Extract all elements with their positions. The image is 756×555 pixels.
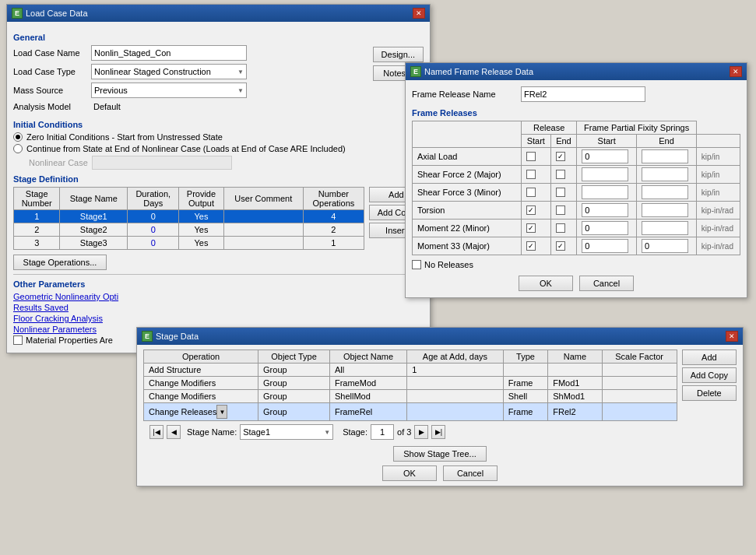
torsion-fps-start-input[interactable] bbox=[582, 203, 628, 217]
moment22-fps-start-input[interactable] bbox=[582, 221, 628, 235]
stage-comment-3 bbox=[223, 237, 304, 250]
shear2-fps-end-cell bbox=[637, 166, 697, 184]
frame-item-torsion: Torsion bbox=[413, 202, 522, 220]
stage-name-combo[interactable]: Stage1 ▼ bbox=[240, 424, 333, 440]
moment33-rel-end-check[interactable]: ✓ bbox=[556, 241, 565, 251]
nav-prev-btn[interactable]: ◀ bbox=[167, 425, 181, 439]
frame-item-axial: Axial Load bbox=[413, 148, 522, 166]
axial-rel-end-check[interactable]: ✓ bbox=[556, 152, 565, 161]
frame-release-cancel-btn[interactable]: Cancel bbox=[579, 276, 634, 291]
stage-row-3[interactable]: 3 Stage3 0 Yes 1 bbox=[14, 237, 364, 250]
torsion-fps-start-cell bbox=[577, 202, 637, 220]
ops-objname-2: FrameMod bbox=[329, 377, 406, 390]
show-stage-tree-btn[interactable]: Show Stage Tree... bbox=[393, 446, 487, 462]
stage-data-cancel-btn[interactable]: Cancel bbox=[443, 465, 498, 481]
stage-row-1[interactable]: 1 Stage1 0 Yes 4 bbox=[14, 210, 364, 223]
load-case-name-input[interactable] bbox=[91, 45, 247, 61]
no-releases-checkbox[interactable] bbox=[412, 260, 421, 269]
axial-rel-start-check[interactable] bbox=[526, 152, 536, 161]
stage-row-2[interactable]: 2 Stage2 0 Yes 2 bbox=[14, 223, 364, 237]
col-rel-end: End bbox=[550, 135, 577, 148]
moment33-fps-start-input[interactable] bbox=[582, 239, 628, 253]
floor-cracking-link[interactable]: Floor Cracking Analysis bbox=[13, 314, 424, 323]
radio-zero-initial[interactable]: Zero Initial Conditions - Start from Uns… bbox=[13, 132, 424, 142]
stage-data-close-btn[interactable]: ✕ bbox=[726, 331, 738, 342]
col-type: Type bbox=[503, 350, 548, 364]
nonlinear-case-input[interactable] bbox=[92, 156, 232, 170]
shear2-rel-start-cell bbox=[522, 166, 551, 184]
stage-number-input[interactable] bbox=[371, 424, 394, 440]
torsion-rel-start-check[interactable]: ✓ bbox=[526, 205, 536, 215]
ops-row-1[interactable]: Add Structure Group All 1 bbox=[144, 364, 677, 377]
shear3-fps-end-input[interactable] bbox=[642, 185, 688, 199]
delete-op-btn[interactable]: Delete bbox=[682, 385, 737, 401]
moment22-rel-start-check[interactable]: ✓ bbox=[526, 223, 536, 233]
frame-releases-section-label: Frame Releases bbox=[412, 108, 740, 118]
ops-row-4[interactable]: Change Releases ▼ Group FrameRel Frame F… bbox=[144, 403, 677, 421]
torsion-fps-end-input[interactable] bbox=[642, 203, 688, 217]
stage-operations-btn[interactable]: Stage Operations... bbox=[13, 255, 107, 270]
shear2-fps-start-input[interactable] bbox=[582, 167, 628, 181]
stage-name-arrow: ▼ bbox=[324, 429, 330, 436]
ops-name-3: ShMod1 bbox=[548, 390, 602, 403]
load-case-close-btn[interactable]: ✕ bbox=[413, 8, 425, 19]
moment33-rel-start-check[interactable]: ✓ bbox=[526, 241, 536, 251]
shear2-rel-start-check[interactable] bbox=[526, 170, 536, 179]
torsion-rel-start-cell: ✓ bbox=[522, 202, 551, 220]
shear3-fps-start-input[interactable] bbox=[582, 185, 628, 199]
axial-fps-start-input[interactable] bbox=[582, 149, 628, 163]
shear3-rel-end-cell bbox=[550, 184, 577, 202]
frame-release-name-input[interactable] bbox=[521, 86, 645, 102]
analysis-model-label: Analysis Model bbox=[13, 102, 91, 111]
ops-scale-1 bbox=[602, 364, 677, 377]
load-case-type-arrow: ▼ bbox=[237, 68, 244, 76]
add-copy-op-btn[interactable]: Add Copy bbox=[682, 367, 737, 383]
material-props-label: Material Properties Are bbox=[26, 335, 113, 345]
ops-row-2[interactable]: Change Modifiers Group FrameMod Frame FM… bbox=[144, 377, 677, 390]
frame-release-close-btn[interactable]: ✕ bbox=[730, 66, 742, 77]
change-releases-dropdown[interactable]: ▼ bbox=[216, 405, 227, 419]
nonlinear-case-row: Nonlinear Case bbox=[29, 156, 424, 170]
radio-zero-circle bbox=[13, 132, 23, 142]
shear3-rel-start-check[interactable] bbox=[526, 188, 536, 197]
shear2-rel-end-check[interactable] bbox=[556, 170, 565, 179]
load-case-title-bar[interactable]: E Load Case Data ✕ bbox=[7, 5, 430, 22]
design-btn[interactable]: Design... bbox=[373, 47, 424, 62]
ops-scale-2 bbox=[602, 377, 677, 390]
moment22-rel-end-check[interactable] bbox=[556, 223, 565, 233]
stage-data-title-bar[interactable]: E Stage Data ✕ bbox=[137, 328, 743, 345]
moment22-fps-end-cell bbox=[637, 220, 697, 237]
geometric-nonlinearity-link[interactable]: Geometric Nonlinearity Opti bbox=[13, 292, 424, 301]
stage-name-2: Stage2 bbox=[60, 223, 128, 237]
nav-first-btn[interactable]: |◀ bbox=[149, 425, 164, 439]
stage-data-ok-btn[interactable]: OK bbox=[382, 465, 437, 481]
ops-op-3: Change Modifiers bbox=[144, 390, 258, 403]
shear2-fps-end-input[interactable] bbox=[642, 167, 688, 181]
axial-fps-end-input[interactable] bbox=[642, 149, 688, 163]
col-release-header: Release bbox=[522, 121, 577, 135]
results-saved-link[interactable]: Results Saved bbox=[13, 303, 424, 312]
shear3-rel-end-check[interactable] bbox=[556, 188, 565, 197]
frame-item-moment33: Moment 33 (Major) bbox=[413, 237, 522, 255]
frame-row-axial: Axial Load ✓ kip/in bbox=[413, 148, 740, 166]
load-case-type-combo[interactable]: Nonlinear Staged Construction ▼ bbox=[91, 64, 247, 79]
col-object-type: Object Type bbox=[258, 350, 330, 364]
nav-last-btn[interactable]: ▶| bbox=[431, 425, 445, 439]
mass-source-combo[interactable]: Previous ▼ bbox=[91, 83, 247, 98]
frame-release-title-bar[interactable]: E Named Frame Release Data ✕ bbox=[406, 63, 747, 80]
stage-ops-3: 1 bbox=[304, 237, 364, 250]
add-op-btn[interactable]: Add bbox=[682, 350, 737, 365]
ops-row-3[interactable]: Change Modifiers Group ShellMod Shell Sh… bbox=[144, 390, 677, 403]
frame-release-ok-btn[interactable]: OK bbox=[519, 276, 573, 291]
moment22-fps-end-input[interactable] bbox=[642, 221, 688, 235]
analysis-model-value: Default bbox=[91, 101, 123, 112]
col-stage-name: Stage Name bbox=[60, 188, 128, 210]
torsion-rel-end-check[interactable] bbox=[556, 205, 565, 215]
stage-dur-1: 0 bbox=[128, 210, 179, 223]
material-props-checkbox[interactable] bbox=[13, 335, 23, 345]
nav-next-btn[interactable]: ▶ bbox=[414, 425, 428, 439]
col-scale-factor: Scale Factor bbox=[602, 350, 677, 364]
col-unit bbox=[696, 135, 740, 148]
moment33-fps-end-input[interactable] bbox=[642, 239, 688, 253]
radio-continue[interactable]: Continue from State at End of Nonlinear … bbox=[13, 144, 424, 153]
